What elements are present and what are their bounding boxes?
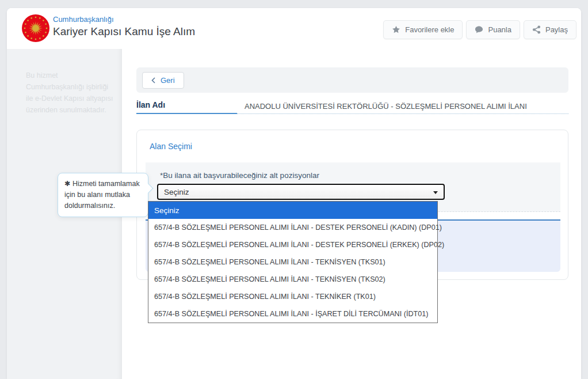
note-line: Cumhurbaşkanlığı işbirliği xyxy=(26,81,122,93)
presidency-logo-icon xyxy=(22,14,49,42)
service-info-note: Bu hizmet Cumhurbaşkanlığı işbirliği ile… xyxy=(26,70,122,116)
caret-down-icon xyxy=(433,191,438,194)
rate-label: Puanla xyxy=(488,25,511,34)
select-current-value: Seçiniz xyxy=(164,188,189,196)
note-line: üzerinden sunulmaktadır. xyxy=(26,104,122,116)
announcement-name-value: ANADOLU ÜNİVERSİTESİ REKTÖRLÜĞÜ - SÖZLEŞ… xyxy=(245,102,570,111)
option-tks01[interactable]: 657/4-B SÖZLEŞMELİ PERSONEL ALIMI İLANI … xyxy=(148,253,437,271)
rate-button[interactable]: Puanla xyxy=(466,20,520,39)
add-favorite-button[interactable]: Favorilere ekle xyxy=(383,20,463,39)
add-favorite-label: Favorilere ekle xyxy=(405,25,454,34)
back-toolbar: Geri xyxy=(136,67,568,93)
note-line: ile e-Devlet Kapısı altyapısı xyxy=(26,93,122,104)
sub-position-select[interactable]: Seçiniz xyxy=(157,184,445,200)
option-dp02[interactable]: 657/4-B SÖZLEŞMELİ PERSONEL ALIMI İLANI … xyxy=(148,236,437,253)
share-label: Paylaş xyxy=(545,25,568,34)
sub-position-option-list: Seçiniz 657/4-B SÖZLEŞMELİ PERSONEL ALIM… xyxy=(148,201,438,323)
chevron-left-icon xyxy=(151,77,155,84)
page-title: Kariyer Kapısı Kamu İşe Alım xyxy=(53,25,195,38)
option-tks02[interactable]: 657/4-B SÖZLEŞMELİ PERSONEL ALIMI İLANI … xyxy=(148,271,437,288)
header-actions: Favorilere ekle Puanla Payla xyxy=(383,20,576,39)
back-button-label: Geri xyxy=(161,76,175,85)
option-seciniz[interactable]: Seçiniz xyxy=(148,202,437,219)
option-idt01[interactable]: 657/4-B SÖZLEŞMELİ PERSONEL ALIMI İLANI … xyxy=(148,305,437,323)
section-title: Alan Seçimi xyxy=(150,142,192,151)
option-dp01[interactable]: 657/4-B SÖZLEŞMELİ PERSONEL ALIMI İLANI … xyxy=(148,219,437,236)
announcement-name-label: İlan Adı xyxy=(136,100,237,114)
required-field-tooltip: ✱ Hizmeti tamamlamak için bu alanı mutla… xyxy=(58,173,148,217)
sub-position-field-label: *Bu ilana ait başvurabileceğiniz alt poz… xyxy=(160,171,319,180)
share-icon xyxy=(532,25,541,34)
share-button[interactable]: Paylaş xyxy=(524,20,576,39)
note-line: Bu hizmet xyxy=(26,70,122,81)
app-card: Cumhurbaşkanlığı Kariyer Kapısı Kamu İşe… xyxy=(7,8,581,379)
header: Cumhurbaşkanlığı Kariyer Kapısı Kamu İşe… xyxy=(7,8,581,49)
back-button[interactable]: Geri xyxy=(142,72,184,89)
org-label: Cumhurbaşkanlığı xyxy=(53,15,114,24)
star-icon xyxy=(392,25,400,34)
option-tk01[interactable]: 657/4-B SÖZLEŞMELİ PERSONEL ALIMI İLANI … xyxy=(148,288,437,305)
comment-icon xyxy=(475,25,483,34)
tooltip-text: ✱ Hizmeti tamamlamak için bu alanı mutla… xyxy=(64,180,140,210)
